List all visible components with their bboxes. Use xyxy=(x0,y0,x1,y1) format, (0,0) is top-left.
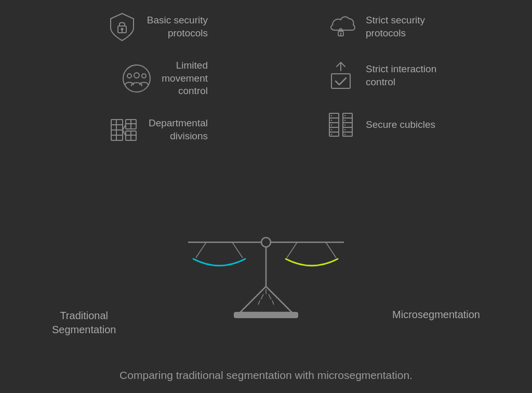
server-grid-icon xyxy=(324,108,357,141)
svg-point-40 xyxy=(344,115,345,116)
left-panel: Basic securityprotocols xyxy=(31,10,208,147)
svg-point-42 xyxy=(344,124,345,125)
limited-movement-text: Limitedmovementcontrol xyxy=(162,59,208,98)
strict-interaction-text: Strict interactioncontrol xyxy=(366,63,436,88)
svg-line-54 xyxy=(261,294,263,299)
items-grid: Basic securityprotocols xyxy=(0,10,532,147)
list-item: Strict securityprotocols xyxy=(324,10,425,44)
svg-point-4 xyxy=(134,73,139,78)
svg-line-55 xyxy=(269,294,271,299)
svg-point-41 xyxy=(344,120,345,121)
svg-rect-25 xyxy=(329,113,339,136)
svg-point-33 xyxy=(331,129,332,130)
departmental-divisions-text: Departmentaldivisions xyxy=(149,117,208,142)
svg-point-43 xyxy=(344,129,345,130)
upload-check-icon xyxy=(324,59,357,93)
svg-point-5 xyxy=(127,74,131,78)
microsegmentation-label: Microsegmentation xyxy=(392,309,480,337)
network-layout-icon xyxy=(107,113,140,147)
users-circle-icon xyxy=(120,62,153,95)
svg-point-30 xyxy=(331,115,332,116)
svg-line-50 xyxy=(326,242,336,258)
svg-point-6 xyxy=(142,74,146,78)
svg-point-31 xyxy=(331,120,332,121)
svg-rect-23 xyxy=(331,74,350,88)
svg-point-34 xyxy=(331,134,332,135)
basic-security-text: Basic securityprotocols xyxy=(147,14,208,40)
list-item: Limitedmovementcontrol xyxy=(120,59,208,98)
list-item: Secure cubicles xyxy=(324,108,435,141)
list-item: Strict interactioncontrol xyxy=(324,59,436,93)
secure-cubicles-text: Secure cubicles xyxy=(366,119,435,132)
svg-line-56 xyxy=(258,300,260,305)
list-item: Basic securityprotocols xyxy=(105,10,208,44)
svg-line-49 xyxy=(287,242,297,258)
svg-point-46 xyxy=(261,238,271,247)
scale-labels: TraditionalSegmentation Microsegmentatio… xyxy=(0,309,532,337)
svg-point-32 xyxy=(331,124,332,125)
caption: Comparing traditional segmentation with … xyxy=(0,369,532,382)
right-panel: Strict securityprotocols S xyxy=(324,10,501,147)
svg-line-47 xyxy=(196,242,206,258)
svg-point-44 xyxy=(344,134,345,135)
traditional-label: TraditionalSegmentation xyxy=(52,309,116,337)
list-item: Departmentaldivisions xyxy=(107,113,208,147)
svg-line-57 xyxy=(272,300,274,305)
svg-rect-35 xyxy=(343,113,352,136)
svg-line-48 xyxy=(232,242,243,258)
page-container: Basic securityprotocols xyxy=(0,0,532,393)
shield-lock-icon xyxy=(105,10,139,44)
strict-security-text: Strict securityprotocols xyxy=(366,14,425,40)
cloud-lock-icon xyxy=(324,10,357,44)
